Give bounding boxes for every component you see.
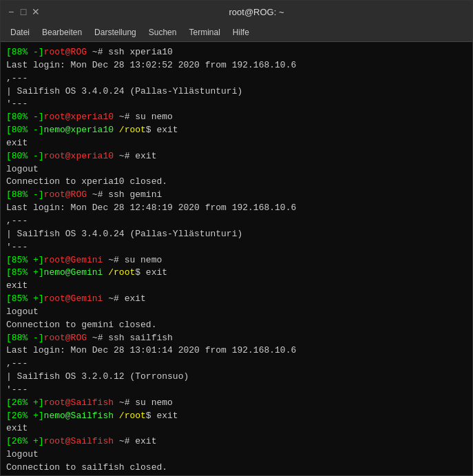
menu-datei[interactable]: Datei [5, 25, 35, 39]
terminal-line: ,--- [6, 72, 467, 85]
menu-suchen[interactable]: Suchen [143, 25, 182, 39]
menu-bearbeiten[interactable]: Bearbeiten [36, 25, 87, 39]
window-title: root@ROG: ~ [46, 7, 467, 17]
terminal-line: Last login: Mon Dec 28 13:02:52 2020 fro… [6, 59, 467, 72]
terminal-body[interactable]: [88% -]root@ROG ~# ssh xperia10 Last log… [1, 42, 472, 475]
terminal-line: [88% -]root@ROG ~# ssh sailfish [6, 332, 467, 345]
terminal-line: [80% -]root@xperia10 ~# su nemo [6, 111, 467, 124]
close-button[interactable]: ✕ [31, 7, 41, 17]
terminal-line: [88% -]root@ROG ~# ssh xperia10 [6, 46, 467, 59]
terminal-line: '--- [6, 98, 467, 111]
terminal-line: | Sailfish OS 3.4.0.24 (Pallas-Yllästunt… [6, 85, 467, 99]
terminal-line: Last login: Mon Dec 28 13:01:14 2020 fro… [6, 344, 467, 358]
maximize-button[interactable]: □ [19, 7, 28, 17]
terminal-line: [26% +]root@Sailfish ~# su nemo [6, 397, 467, 410]
terminal-line: Connection to sailfish closed. [6, 462, 467, 475]
terminal-line: [88% -]root@ROG ~# ssh gemini [6, 189, 467, 202]
terminal-line: [85% +]nemo@Gemini /root$ exit [6, 267, 467, 280]
terminal-line: logout [6, 306, 467, 319]
menu-bar: Datei Bearbeiten Darstellung Suchen Term… [1, 23, 472, 42]
terminal-line: ,--- [6, 215, 467, 228]
terminal-line: [85% +]root@Gemini ~# exit [6, 293, 467, 306]
title-bar: − □ ✕ root@ROG: ~ [1, 1, 472, 23]
terminal-line: Connection to gemini closed. [6, 319, 467, 332]
terminal-line: ,--- [6, 358, 467, 371]
terminal-line: | Sailfish OS 3.4.0.24 (Pallas-Yllästunt… [6, 228, 467, 241]
menu-hilfe[interactable]: Hilfe [227, 25, 255, 39]
terminal-line: [80% -]root@xperia10 ~# exit [6, 150, 467, 163]
terminal-line: logout [6, 163, 467, 176]
minimize-button[interactable]: − [6, 7, 16, 17]
terminal-line: [26% +]nemo@Sailfish /root$ exit [6, 410, 467, 423]
terminal-window: − □ ✕ root@ROG: ~ Datei Bearbeiten Darst… [0, 0, 473, 476]
terminal-line: exit [6, 280, 467, 293]
terminal-line: | Sailfish OS 3.2.0.12 (Torronsuo) [6, 371, 467, 384]
terminal-prompt-line: [88% -]root@ROG ~# [6, 475, 467, 475]
terminal-line: exit [6, 137, 467, 150]
terminal-line: [26% +]root@Sailfish ~# exit [6, 435, 467, 448]
terminal-line: Last login: Mon Dec 28 12:48:19 2020 fro… [6, 202, 467, 215]
terminal-line: '--- [6, 241, 467, 254]
window-controls[interactable]: − □ ✕ [6, 7, 41, 17]
menu-darstellung[interactable]: Darstellung [89, 25, 142, 39]
terminal-line: logout [6, 448, 467, 462]
terminal-line: [80% -]nemo@xperia10 /root$ exit [6, 124, 467, 137]
menu-terminal[interactable]: Terminal [183, 25, 225, 39]
terminal-line: exit [6, 422, 467, 435]
terminal-line: '--- [6, 384, 467, 397]
terminal-line: Connection to xperia10 closed. [6, 176, 467, 189]
terminal-line: [85% +]root@Gemini ~# su nemo [6, 254, 467, 267]
